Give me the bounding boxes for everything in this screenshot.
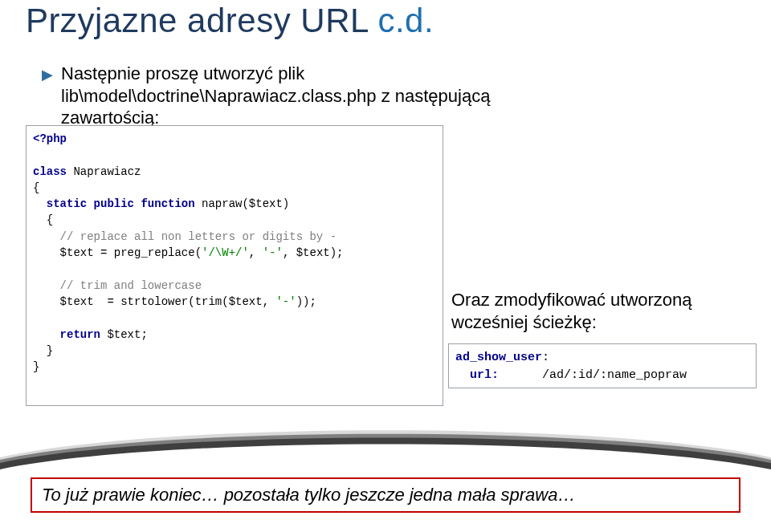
bullet-text: Następnie proszę utworzyć plik lib\model… [61, 63, 490, 129]
slide-title: Przyjazne adresy URL c.d. [26, 2, 434, 40]
callout-text: To już prawie koniec… pozostała tylko je… [42, 485, 575, 506]
code-block-yaml: ad_show_user: url: /ad/:id/:name_popraw [448, 343, 757, 388]
title-suffix: c.d. [377, 2, 434, 39]
intro-text-2: Oraz zmodyfikować utworzoną wcześniej śc… [451, 289, 757, 333]
bullet-marker-icon: ▶ [42, 66, 53, 83]
decorative-swoosh [0, 413, 771, 469]
bullet-item: ▶ Następnie proszę utworzyć plik lib\mod… [42, 63, 490, 129]
code-block-php: <?php class Naprawiacz { static public f… [26, 125, 443, 406]
callout-box: To już prawie koniec… pozostała tylko je… [31, 477, 740, 513]
title-main: Przyjazne adresy URL [26, 2, 377, 39]
